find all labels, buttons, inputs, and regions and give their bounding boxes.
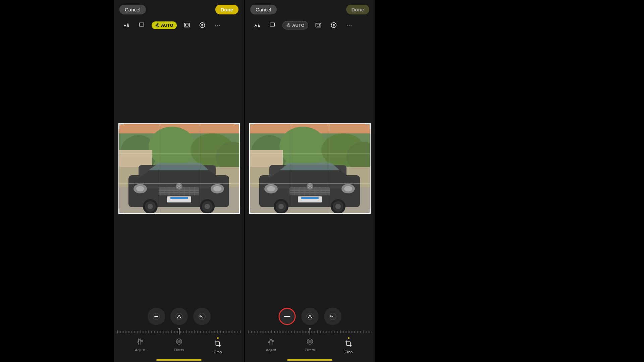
black-left-region: [0, 0, 114, 362]
svg-rect-256: [336, 331, 336, 333]
svg-rect-258: [339, 331, 339, 333]
svg-rect-113: [210, 330, 210, 333]
svg-rect-174: [294, 187, 295, 195]
left-crop-container: [118, 123, 240, 214]
right-filter-icon[interactable]: [328, 20, 339, 31]
svg-rect-105: [197, 331, 198, 333]
svg-point-151: [347, 25, 348, 26]
left-tab-adjust[interactable]: Adjust: [121, 338, 160, 354]
left-tab-crop[interactable]: Crop: [198, 338, 237, 354]
svg-point-239: [309, 328, 311, 329]
svg-rect-90: [176, 331, 176, 333]
svg-rect-148: [316, 23, 321, 27]
svg-rect-98: [186, 330, 187, 333]
svg-rect-57: [125, 330, 125, 333]
svg-rect-122: [223, 331, 224, 333]
left-crop-ratio-icon[interactable]: [136, 20, 147, 31]
svg-point-286: [272, 340, 273, 342]
right-tab-crop[interactable]: Crop: [329, 338, 368, 354]
left-cancel-button[interactable]: Cancel: [119, 5, 146, 14]
right-cancel-button[interactable]: Cancel: [250, 5, 277, 14]
right-more-icon[interactable]: [344, 20, 355, 31]
right-crop-icon: [345, 340, 352, 349]
svg-rect-278: [370, 331, 370, 333]
svg-rect-65: [138, 331, 138, 333]
svg-point-12: [149, 127, 196, 167]
svg-rect-70: [145, 331, 146, 333]
svg-point-153: [351, 25, 352, 26]
left-done-button[interactable]: Done: [215, 5, 239, 14]
left-straighten-icon[interactable]: [121, 20, 131, 31]
left-back-button[interactable]: [193, 308, 211, 325]
svg-rect-87: [171, 330, 172, 333]
svg-rect-56: [123, 331, 124, 333]
svg-rect-62: [133, 330, 133, 333]
svg-point-5: [215, 25, 216, 26]
svg-rect-37: [170, 197, 188, 199]
right-mountain-button[interactable]: [301, 308, 319, 325]
right-rotate-minus-button[interactable]: [278, 308, 296, 325]
svg-rect-208: [264, 330, 264, 333]
svg-rect-264: [348, 330, 348, 333]
svg-rect-100: [190, 331, 190, 333]
svg-rect-257: [337, 331, 338, 333]
svg-rect-106: [199, 331, 199, 333]
right-crop-ratio-icon[interactable]: [267, 20, 278, 31]
right-straighten-icon[interactable]: [252, 20, 262, 31]
svg-rect-34: [194, 187, 195, 195]
svg-rect-112: [208, 331, 208, 333]
svg-rect-110: [205, 331, 205, 333]
svg-rect-59: [128, 331, 128, 333]
svg-rect-54: [120, 331, 121, 333]
svg-rect-212: [270, 331, 270, 333]
svg-point-147: [288, 24, 289, 26]
svg-rect-204: [258, 331, 258, 333]
svg-rect-79: [159, 331, 159, 333]
left-tab-filters[interactable]: Filters: [160, 338, 199, 354]
svg-rect-203: [256, 330, 256, 333]
svg-rect-245: [319, 331, 319, 333]
svg-point-189: [335, 204, 341, 209]
right-bottom-indicator: [287, 359, 332, 361]
svg-rect-114: [211, 331, 211, 333]
svg-rect-232: [301, 331, 301, 333]
left-rotate-minus-button[interactable]: [148, 308, 165, 325]
svg-rect-249: [325, 330, 325, 333]
svg-point-291: [310, 340, 312, 343]
svg-rect-205: [259, 331, 259, 333]
svg-rect-67: [141, 330, 141, 333]
svg-rect-269: [356, 330, 356, 333]
svg-rect-103: [194, 330, 195, 333]
svg-rect-224: [288, 331, 288, 333]
left-car-image: [118, 123, 240, 214]
right-auto-badge[interactable]: AUTO: [282, 21, 308, 29]
svg-rect-178: [315, 187, 315, 195]
right-tab-filters[interactable]: Filters: [290, 338, 329, 354]
svg-rect-68: [142, 331, 142, 333]
svg-rect-243: [316, 331, 316, 333]
svg-rect-107: [200, 331, 201, 333]
right-aspect-icon[interactable]: [313, 20, 324, 31]
left-slider[interactable]: [117, 328, 240, 336]
right-back-button[interactable]: [324, 308, 341, 325]
left-more-icon[interactable]: [212, 20, 223, 31]
svg-rect-261: [343, 331, 344, 333]
left-mountain-button[interactable]: [170, 308, 188, 325]
svg-rect-127: [231, 331, 231, 333]
svg-rect-28: [164, 187, 164, 195]
svg-rect-29: [169, 187, 169, 195]
svg-rect-126: [229, 331, 230, 333]
left-aspect-icon[interactable]: [181, 20, 192, 31]
right-slider[interactable]: [248, 328, 371, 336]
right-crop-active-dot: [348, 337, 350, 339]
svg-rect-233: [302, 330, 303, 333]
svg-rect-267: [353, 331, 353, 333]
left-filter-icon[interactable]: [197, 20, 208, 31]
svg-rect-246: [320, 331, 321, 333]
left-auto-badge[interactable]: AUTO: [152, 21, 177, 29]
right-panel: Cancel Done AUTO: [245, 0, 375, 362]
svg-rect-85: [168, 331, 168, 333]
svg-rect-91: [177, 331, 178, 333]
right-done-button[interactable]: Done: [346, 5, 370, 14]
right-tab-adjust[interactable]: Adjust: [252, 338, 290, 354]
